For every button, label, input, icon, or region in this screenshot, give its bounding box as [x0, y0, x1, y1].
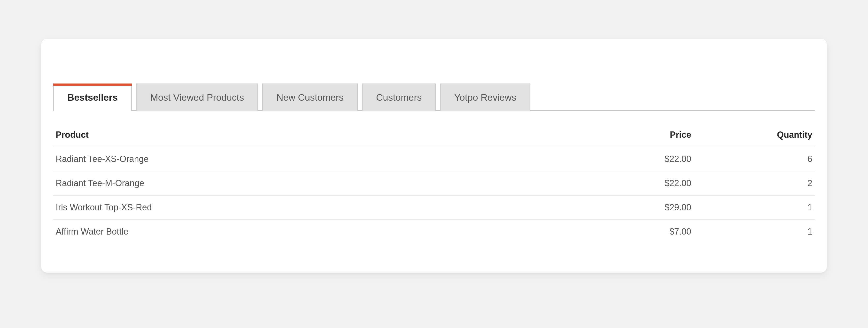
tab-label: Customers — [376, 92, 422, 103]
cell-quantity: 6 — [693, 147, 815, 171]
cell-product: Radiant Tee-M-Orange — [53, 171, 601, 195]
cell-product: Affirm Water Bottle — [53, 220, 601, 243]
col-header-price[interactable]: Price — [601, 123, 693, 147]
tabs-bar: Bestsellers Most Viewed Products New Cus… — [53, 84, 815, 111]
cell-product: Radiant Tee-XS-Orange — [53, 147, 601, 171]
table-header-row: Product Price Quantity — [53, 123, 815, 147]
table-row[interactable]: Radiant Tee-M-Orange $22.00 2 — [53, 171, 815, 195]
tab-customers[interactable]: Customers — [362, 84, 436, 111]
table-row[interactable]: Iris Workout Top-XS-Red $29.00 1 — [53, 195, 815, 220]
cell-quantity: 1 — [693, 220, 815, 243]
tab-most-viewed-products[interactable]: Most Viewed Products — [136, 84, 258, 111]
tab-bestsellers[interactable]: Bestsellers — [53, 84, 132, 111]
tab-yotpo-reviews[interactable]: Yotpo Reviews — [440, 84, 530, 111]
tab-label: Yotpo Reviews — [454, 92, 516, 103]
cell-product: Iris Workout Top-XS-Red — [53, 195, 601, 220]
table-row[interactable]: Radiant Tee-XS-Orange $22.00 6 — [53, 147, 815, 171]
table-row[interactable]: Affirm Water Bottle $7.00 1 — [53, 220, 815, 243]
tab-new-customers[interactable]: New Customers — [262, 84, 358, 111]
cell-price: $7.00 — [601, 220, 693, 243]
report-card: Bestsellers Most Viewed Products New Cus… — [41, 39, 827, 272]
tab-label: New Customers — [276, 92, 343, 103]
cell-price: $29.00 — [601, 195, 693, 220]
tab-label: Bestsellers — [67, 92, 118, 103]
col-header-quantity[interactable]: Quantity — [693, 123, 815, 147]
bestsellers-table: Product Price Quantity Radiant Tee-XS-Or… — [53, 123, 815, 243]
cell-price: $22.00 — [601, 171, 693, 195]
cell-quantity: 2 — [693, 171, 815, 195]
cell-quantity: 1 — [693, 195, 815, 220]
tab-label: Most Viewed Products — [150, 92, 244, 103]
cell-price: $22.00 — [601, 147, 693, 171]
col-header-product[interactable]: Product — [53, 123, 601, 147]
